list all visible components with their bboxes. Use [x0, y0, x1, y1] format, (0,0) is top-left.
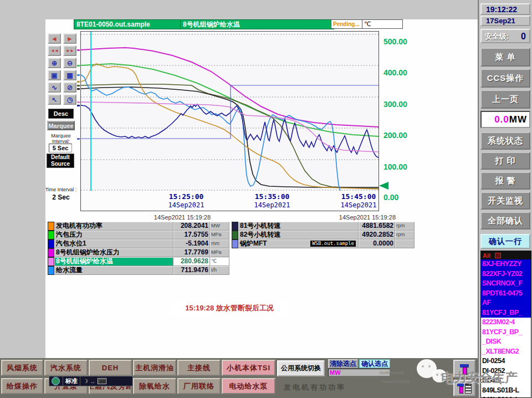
alarm-item[interactable]: 849LS01B-L	[481, 386, 531, 396]
common-system-switch-button[interactable]: 公用系统切换	[277, 360, 325, 376]
alarm-filter-icon[interactable]	[495, 253, 501, 258]
alarm-item[interactable]: 822XFJ-YZ02	[481, 269, 531, 279]
alarm-item[interactable]: 8223M02-4	[481, 318, 531, 328]
bottom-nav-button[interactable]: 主接线	[177, 360, 221, 376]
alarm-item[interactable]: 81YCFJ_BP_	[481, 308, 531, 318]
legend-series-name[interactable]: 82号小机转速	[238, 231, 359, 239]
fast-forward-icon[interactable]: ►►	[63, 45, 76, 56]
alarm-item[interactable]: SNCRNOX_F	[481, 279, 531, 289]
x-tick-date: 14Sep2021	[242, 201, 303, 209]
legend-unit: rpm	[395, 231, 415, 239]
series-color-swatch	[48, 231, 54, 239]
confirm-selection-button[interactable]: 确认选点	[359, 359, 390, 368]
main-path-text: *mainTJQ015	[382, 379, 410, 384]
legend-series-name[interactable]: 汽包水位1	[54, 239, 173, 248]
bottom-nav-button[interactable]: 主机润滑油	[133, 360, 176, 376]
legend-series-name[interactable]: 汽包压力	[54, 231, 173, 239]
zoom-out-icon[interactable]: ⊖	[63, 58, 76, 68]
alarm-filter-label[interactable]: All	[483, 252, 490, 259]
alarm-item[interactable]: 8PDT61-0475	[481, 289, 531, 299]
alarm-item[interactable]: DI-0254	[481, 356, 531, 366]
sidebar-button[interactable]: 菜 单	[480, 48, 530, 67]
sidebar-button[interactable]: 上一页	[480, 90, 530, 109]
legend-series-name[interactable]: 81号小机转速	[238, 222, 359, 231]
y-tick-label: 400.00	[383, 68, 422, 77]
series-锅炉MFT	[81, 85, 378, 139]
legend-unit: mm	[210, 239, 229, 248]
trend-chart[interactable]	[80, 31, 379, 191]
alarm-item[interactable]: _XLT8ENG2	[481, 347, 531, 357]
legend-row[interactable]: 8号机组锅炉给水温280.9628℃	[48, 257, 229, 266]
series-8号机组锅炉给水温	[81, 102, 378, 152]
alarm-item[interactable]: AF	[481, 298, 531, 308]
legend-series-name[interactable]: 给水流量	[54, 266, 173, 275]
legend-row[interactable]: 汽包水位1-5.1904mm	[48, 239, 229, 248]
sidebar-button[interactable]: CCS操作	[480, 69, 530, 88]
alarm-list[interactable]: All 8XJ-EHYZZY822XFJ-YZ02SNCRNOX_F8PDT61…	[480, 251, 531, 398]
sidebar-button[interactable]: 系统状态	[480, 132, 530, 150]
series-给水流量	[81, 75, 340, 191]
desc-button[interactable]: Desc	[48, 109, 74, 119]
confirm-one-line-button[interactable]: 确认一行	[480, 234, 530, 249]
bottom-nav-button[interactable]: 给煤操作	[1, 378, 43, 394]
disable-icon[interactable]: ⊘	[63, 82, 76, 93]
alarm-rows: 8XJ-EHYZZY822XFJ-YZ02SNCRNOX_F8PDT61-047…	[481, 259, 531, 398]
bottom-nav-button[interactable]: 小机本体TSI	[222, 360, 275, 376]
ime-logo-icon[interactable]	[52, 377, 60, 385]
legend-series-name[interactable]: 8号机组锅炉给水温	[54, 257, 173, 266]
ime-toolbar[interactable]: 标准 ☽ ‥	[49, 376, 133, 386]
legend-row[interactable]: 81号小机转速4881.6582rpm	[232, 222, 415, 231]
bottom-nav-button[interactable]: 电动给水泵	[222, 378, 275, 394]
alarm-list-header[interactable]: All	[481, 251, 531, 259]
alarm-item[interactable]: 81YCFJ_BP_	[481, 328, 531, 338]
bottom-nav-button[interactable]: 风烟系统	[1, 360, 43, 376]
legend-value: 4881.6582	[359, 222, 395, 231]
zoom-in-icon[interactable]: ⊕	[48, 58, 61, 68]
legend-row[interactable]: 82号小机转速4920.2852rpm	[232, 231, 415, 239]
sidebar-button[interactable]: 全部确认	[480, 212, 530, 229]
step-back-icon[interactable]: ◄	[48, 33, 61, 44]
ime-keyboard-icon[interactable]	[98, 378, 106, 384]
tool-icon-button-top[interactable]	[453, 360, 475, 377]
ime-mode-label[interactable]: 标准	[63, 376, 80, 386]
legend-row[interactable]: 发电机有功功率208.2041MW	[48, 222, 229, 231]
legend-value: 280.9628	[173, 257, 210, 266]
legend-series-name[interactable]: 锅炉MFTWSB.out.sample	[238, 239, 359, 248]
ime-punct-icon[interactable]: ‥	[91, 378, 95, 384]
table-view-icon[interactable]: ▦	[63, 70, 76, 80]
legend-series-name[interactable]: 发电机有功功率	[54, 222, 173, 231]
alarm-item[interactable]: _DISK	[481, 337, 531, 347]
bottom-nav-button[interactable]: 除氧给水	[133, 378, 176, 394]
tool-icon-button-bottom[interactable]	[453, 380, 475, 396]
display-mode-icon[interactable]: ▣	[48, 70, 61, 80]
series-color-swatch	[48, 257, 54, 266]
marquee-button[interactable]: Marquee	[47, 121, 75, 130]
bottom-nav-button[interactable]: DEH	[89, 360, 132, 376]
legend-series-name[interactable]: 8号机组锅炉给水压力	[54, 248, 173, 257]
ime-fullhalf-icon[interactable]: ☽	[83, 378, 88, 384]
legend-row[interactable]: 汽包压力17.5755MPa	[48, 231, 229, 239]
default-source-button[interactable]: Default Source	[47, 154, 74, 168]
legend-row[interactable]: 锅炉MFTWSB.out.sample0.0000	[232, 239, 415, 248]
sidebar-button[interactable]: 开关监视	[480, 192, 530, 210]
alarm-item[interactable]: BG#5(	[481, 376, 531, 386]
alarm-item[interactable]: DI-0252	[481, 366, 531, 376]
trend-curves	[81, 32, 378, 191]
bottom-nav-button[interactable]: 汽水系统	[44, 360, 88, 376]
fast-back-icon[interactable]: ◄◄	[48, 45, 61, 56]
point-tag-field[interactable]: 8TE01-0050.out.sample	[74, 19, 183, 29]
marquee-interval-value[interactable]: 5 Sec	[49, 144, 72, 152]
bottom-nav-button[interactable]: 厂用联络	[177, 378, 221, 394]
legend-row[interactable]: 8号机组锅炉给水压力17.7769MPa	[48, 248, 229, 257]
alarm-item[interactable]: 849LS01A-L	[481, 395, 531, 398]
step-forward-icon[interactable]: ►	[63, 33, 76, 44]
time-cursor-icon[interactable]: ◷	[63, 94, 76, 105]
clear-selection-button[interactable]: 清除选点	[328, 359, 358, 368]
cursor-icon[interactable]: ↖	[48, 94, 61, 105]
trend-lines-icon[interactable]: ∿	[48, 82, 61, 93]
sidebar-button[interactable]: 报 警	[480, 172, 530, 190]
sidebar-button[interactable]: 打 印	[480, 152, 530, 170]
point-name-field[interactable]: 8号机组锅炉给水温	[180, 19, 334, 29]
alarm-item[interactable]: 8XJ-EHYZZY	[481, 259, 531, 269]
legend-row[interactable]: 给水流量711.9476t/h	[48, 266, 229, 275]
